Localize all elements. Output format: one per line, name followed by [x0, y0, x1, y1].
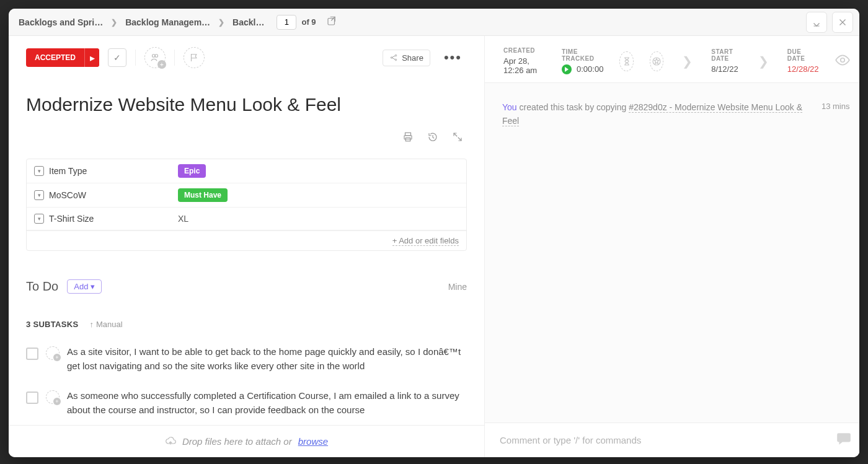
browse-link[interactable]: browse — [298, 436, 328, 447]
minimize-button[interactable] — [806, 12, 827, 33]
play-icon[interactable] — [562, 64, 572, 74]
field-value: XL — [178, 214, 188, 224]
sprint-points-icon[interactable] — [650, 51, 663, 71]
field-row-item-type[interactable]: ▾Item Type Epic — [27, 159, 466, 183]
field-label: T-Shirt Size — [49, 214, 94, 224]
breadcrumb-item[interactable]: Backlog Managem… — [122, 15, 214, 30]
svg-point-10 — [841, 58, 845, 62]
task-title[interactable]: Modernize Website Menu Look & Feel — [26, 76, 467, 131]
pager-total: of 9 — [301, 17, 316, 27]
svg-rect-0 — [328, 19, 335, 25]
title-toolbar — [26, 131, 467, 145]
sort-mode[interactable]: ↑ Manual — [89, 320, 122, 329]
field-row-tshirt[interactable]: ▾T-Shirt Size XL — [27, 208, 466, 230]
chevron-right-icon: ❯ — [680, 54, 695, 69]
svg-point-2 — [155, 55, 158, 58]
subtask-checkbox[interactable] — [26, 392, 38, 404]
comment-bar — [485, 422, 859, 457]
open-new-tab-icon[interactable] — [326, 15, 337, 28]
time-tracked-block[interactable]: TIME TRACKED 0:00:00 — [562, 48, 603, 74]
breadcrumb-item[interactable]: Backlogs and Spri… — [15, 15, 107, 30]
start-date-label: START DATE — [711, 48, 740, 62]
print-icon[interactable] — [402, 131, 414, 145]
share-label: Share — [402, 53, 423, 63]
svg-point-4 — [396, 55, 397, 56]
due-date-block[interactable]: DUE DATE 12/28/22 — [787, 48, 819, 74]
assign-icon[interactable] — [46, 390, 60, 404]
field-row-moscow[interactable]: ▾MoSCoW Must Have — [27, 183, 466, 208]
assignees-icon[interactable]: + — [144, 47, 166, 68]
activity-time: 13 mins — [822, 100, 850, 113]
activity-text: created this task by copying — [517, 102, 629, 112]
plus-badge-icon: + — [157, 60, 166, 69]
created-value: Apr 28, 12:26 am — [503, 56, 546, 75]
field-label: MoSCoW — [49, 190, 86, 200]
field-label: Item Type — [49, 166, 87, 176]
epic-badge: Epic — [178, 164, 206, 178]
subtask-text: As someone who successfully completed a … — [67, 389, 467, 417]
breadcrumb: Backlogs and Spri… ❯ Backlog Managem… ❯ … — [15, 15, 337, 30]
close-button[interactable] — [832, 12, 853, 33]
todo-heading: To Do — [26, 279, 58, 294]
more-options-icon[interactable]: ••• — [439, 50, 467, 66]
dropdown-icon: ▾ — [34, 166, 44, 176]
comment-input[interactable] — [500, 435, 836, 445]
subtask-text: As a site visitor, I want to be able to … — [67, 345, 467, 373]
mine-filter[interactable]: Mine — [448, 282, 467, 292]
share-button[interactable]: Share — [383, 50, 430, 66]
status-advance-button[interactable]: ▸ — [84, 48, 99, 67]
time-tracked-label: TIME TRACKED — [562, 48, 603, 62]
attachment-dropzone[interactable]: Drop files here to attach or browse — [9, 425, 484, 457]
svg-point-1 — [153, 55, 156, 58]
todo-header: To Do Add ▾ Mine — [26, 279, 467, 294]
pager: of 9 — [277, 15, 316, 30]
dropdown-icon: ▾ — [34, 214, 44, 224]
topbar: Backlogs and Spri… ❯ Backlog Managem… ❯ … — [9, 9, 859, 36]
estimate-icon[interactable] — [619, 51, 633, 71]
subtask-checkbox[interactable] — [26, 348, 38, 360]
subtask-row[interactable]: As someone who successfully completed a … — [26, 389, 467, 417]
priority-flag-icon[interactable] — [184, 47, 205, 68]
must-have-badge: Must Have — [178, 188, 228, 202]
divider — [174, 50, 175, 66]
time-tracked-value: 0:00:00 — [577, 64, 603, 74]
action-row: ACCEPTED ▸ ✓ + Share ••• — [9, 36, 484, 76]
subtasks-count: 3 SUBTASKS — [26, 320, 78, 329]
svg-point-3 — [391, 57, 392, 58]
subtasks-bar: 3 SUBTASKS ↑ Manual — [26, 320, 467, 329]
start-date-value: 8/12/22 — [711, 64, 740, 74]
status-pill[interactable]: ACCEPTED ▸ — [26, 48, 99, 67]
pager-input[interactable] — [277, 15, 296, 30]
chevron-right-icon: ❯ — [756, 54, 771, 69]
svg-point-5 — [396, 59, 397, 60]
expand-icon[interactable] — [452, 131, 463, 145]
chat-icon[interactable] — [836, 431, 852, 450]
activity-feed: 13 mins You created this task by copying… — [485, 83, 859, 422]
subtask-row[interactable]: As a site visitor, I want to be able to … — [26, 345, 467, 373]
add-todo-button[interactable]: Add ▾ — [67, 279, 102, 294]
svg-rect-6 — [405, 133, 411, 136]
task-modal: Backlogs and Spri… ❯ Backlog Managem… ❯ … — [9, 9, 859, 457]
meta-row: CREATED Apr 28, 12:26 am TIME TRACKED 0:… — [485, 36, 859, 83]
chevron-right-icon: ❯ — [218, 18, 225, 27]
assign-icon[interactable] — [46, 346, 60, 360]
dropdown-icon: ▾ — [34, 190, 44, 200]
activity-actor[interactable]: You — [502, 102, 517, 112]
divider — [135, 50, 136, 66]
status-label: ACCEPTED — [26, 48, 84, 67]
history-icon[interactable] — [427, 131, 438, 145]
sort-label: Manual — [96, 320, 123, 329]
due-date-value: 12/28/22 — [787, 64, 819, 74]
watch-icon[interactable] — [835, 52, 851, 71]
activity-panel: CREATED Apr 28, 12:26 am TIME TRACKED 0:… — [485, 36, 859, 457]
chevron-right-icon: ❯ — [110, 18, 118, 27]
created-block: CREATED Apr 28, 12:26 am — [503, 47, 546, 75]
due-date-label: DUE DATE — [787, 48, 819, 62]
dropzone-text: Drop files here to attach or — [182, 436, 292, 447]
add-edit-fields-link[interactable]: + Add or edit fields — [392, 236, 459, 246]
task-scroll-area[interactable]: Modernize Website Menu Look & Feel ▾Item… — [9, 76, 484, 425]
created-label: CREATED — [503, 47, 546, 54]
start-date-block[interactable]: START DATE 8/12/22 — [711, 48, 740, 74]
breadcrumb-item[interactable]: Backl… — [229, 15, 268, 30]
complete-checkbox[interactable]: ✓ — [108, 48, 126, 67]
